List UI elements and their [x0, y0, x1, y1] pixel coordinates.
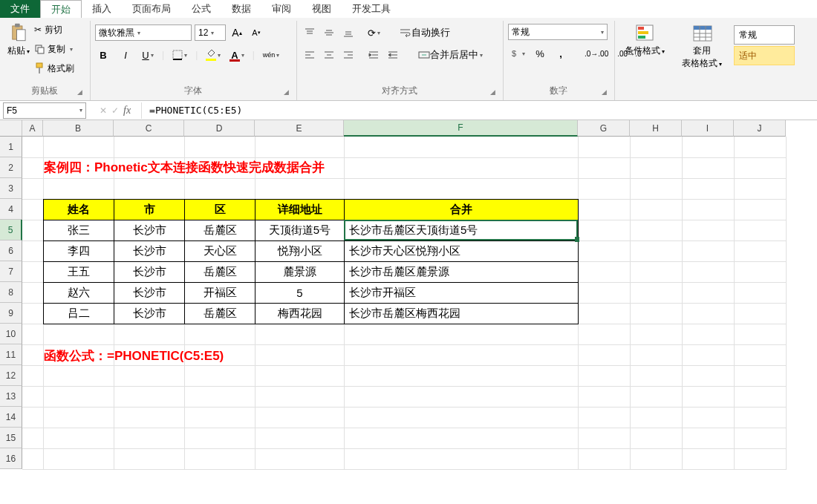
- cell[interactable]: [578, 448, 630, 469]
- style-normal[interactable]: 常规: [734, 25, 795, 45]
- tab-视图[interactable]: 视图: [302, 0, 342, 18]
- cell[interactable]: [344, 386, 578, 407]
- cell[interactable]: [344, 344, 578, 365]
- cell[interactable]: [578, 386, 630, 407]
- table-header[interactable]: 合并: [345, 200, 579, 220]
- rowhead-3[interactable]: 3: [0, 178, 22, 199]
- merge-center-button[interactable]: 合并后居中▾: [416, 47, 485, 63]
- cell[interactable]: [682, 178, 734, 199]
- cell[interactable]: [344, 407, 578, 428]
- phonetic-button[interactable]: wén▾: [261, 47, 282, 63]
- cell[interactable]: [630, 324, 682, 344]
- cell[interactable]: [344, 178, 578, 199]
- align-top-button[interactable]: [302, 24, 318, 41]
- tab-开始[interactable]: 开始: [40, 0, 82, 18]
- table-cell[interactable]: 长沙市开福区: [345, 283, 579, 304]
- table-cell[interactable]: 长沙市: [114, 304, 185, 324]
- cell[interactable]: [255, 344, 344, 365]
- cell[interactable]: [578, 428, 630, 448]
- cell[interactable]: [682, 282, 734, 303]
- rowhead-5[interactable]: 5: [0, 220, 22, 240]
- cell[interactable]: [114, 324, 184, 344]
- clipboard-launcher-icon[interactable]: ◢: [75, 88, 84, 97]
- accept-formula-icon[interactable]: ✓: [111, 105, 119, 116]
- table-cell[interactable]: 长沙市: [114, 241, 185, 262]
- colhead-A[interactable]: A: [22, 120, 43, 137]
- table-cell[interactable]: 吕二: [44, 304, 114, 324]
- cell[interactable]: [255, 407, 344, 428]
- cell[interactable]: [578, 303, 630, 324]
- decrease-indent-button[interactable]: [365, 47, 382, 63]
- align-bottom-button[interactable]: [340, 24, 357, 41]
- cell[interactable]: [255, 448, 344, 469]
- cell[interactable]: [184, 365, 255, 386]
- cell[interactable]: [734, 157, 786, 178]
- cell[interactable]: [578, 365, 630, 386]
- cell[interactable]: [734, 303, 786, 324]
- cancel-formula-icon[interactable]: ✕: [100, 105, 107, 116]
- colhead-C[interactable]: C: [114, 120, 184, 137]
- cell[interactable]: [734, 324, 786, 344]
- fill-color-button[interactable]: ▾: [204, 47, 223, 63]
- table-cell[interactable]: 长沙市岳麓区麓景源: [345, 262, 579, 283]
- cell[interactable]: [255, 178, 344, 199]
- cell[interactable]: [22, 240, 43, 261]
- formula-input[interactable]: =PHONETIC(C5:E5): [145, 102, 817, 119]
- increase-font-button[interactable]: A▴: [229, 24, 245, 41]
- cell[interactable]: [184, 407, 255, 428]
- table-cell[interactable]: 麓景源: [255, 262, 345, 283]
- colhead-F[interactable]: F: [344, 120, 578, 137]
- colhead-I[interactable]: I: [682, 120, 734, 137]
- increase-indent-button[interactable]: [385, 47, 401, 63]
- table-cell[interactable]: 长沙市: [114, 220, 185, 241]
- cell[interactable]: [734, 407, 786, 428]
- cell[interactable]: [682, 261, 734, 282]
- cell[interactable]: [22, 324, 43, 344]
- table-cell[interactable]: 李四: [44, 241, 114, 262]
- table-cell[interactable]: 岳麓区: [185, 262, 255, 283]
- cell[interactable]: [43, 178, 114, 199]
- cell[interactable]: [630, 344, 682, 365]
- cell[interactable]: [344, 428, 578, 448]
- cell[interactable]: [578, 199, 630, 220]
- style-ok[interactable]: 适中: [734, 46, 795, 65]
- cell[interactable]: [578, 407, 630, 428]
- cell[interactable]: [734, 178, 786, 199]
- table-cell[interactable]: 长沙市岳麓区天顶街道5号: [345, 220, 579, 241]
- colhead-E[interactable]: E: [255, 120, 344, 137]
- cell[interactable]: [43, 324, 114, 344]
- table-cell[interactable]: 长沙市天心区悦翔小区: [345, 241, 579, 262]
- rowhead-14[interactable]: 14: [0, 407, 22, 428]
- decrease-font-button[interactable]: A▾: [248, 24, 264, 41]
- cell[interactable]: [255, 365, 344, 386]
- cell[interactable]: [630, 199, 682, 220]
- align-right-button[interactable]: [340, 47, 357, 63]
- comma-button[interactable]: ,: [553, 45, 569, 62]
- tab-file[interactable]: 文件: [0, 0, 40, 18]
- cell[interactable]: [43, 448, 114, 469]
- cell[interactable]: [630, 303, 682, 324]
- cell-styles-gallery[interactable]: 常规 适中: [734, 25, 795, 65]
- orientation-button[interactable]: ⟳▾: [365, 24, 383, 41]
- cell[interactable]: [114, 365, 184, 386]
- cell[interactable]: [682, 199, 734, 220]
- cell[interactable]: [734, 365, 786, 386]
- bold-button[interactable]: B: [95, 47, 111, 63]
- colhead-G[interactable]: G: [578, 120, 630, 137]
- table-cell[interactable]: 赵六: [44, 283, 114, 304]
- cell[interactable]: [22, 428, 43, 448]
- rowhead-1[interactable]: 1: [0, 137, 22, 157]
- cell[interactable]: [682, 303, 734, 324]
- cell[interactable]: [43, 428, 114, 448]
- wrap-text-button[interactable]: 自动换行: [397, 24, 452, 41]
- rowhead-15[interactable]: 15: [0, 428, 22, 448]
- select-all-corner[interactable]: [0, 120, 22, 137]
- name-box[interactable]: F5▾: [3, 102, 86, 119]
- copy-button[interactable]: 复制▾: [34, 40, 74, 58]
- cell[interactable]: [114, 428, 184, 448]
- rowhead-16[interactable]: 16: [0, 448, 22, 469]
- cell[interactable]: [22, 448, 43, 469]
- cell[interactable]: [682, 365, 734, 386]
- cell[interactable]: [578, 220, 630, 240]
- cell[interactable]: [344, 448, 578, 469]
